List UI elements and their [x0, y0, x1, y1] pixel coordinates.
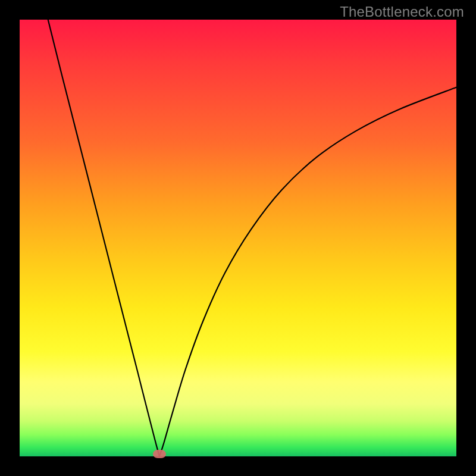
bottleneck-curve: [20, 20, 456, 456]
chart-frame: TheBottleneck.com: [0, 0, 476, 476]
plot-area: [20, 20, 456, 456]
optimal-point-marker: [153, 450, 166, 458]
watermark-text: TheBottleneck.com: [340, 4, 464, 20]
